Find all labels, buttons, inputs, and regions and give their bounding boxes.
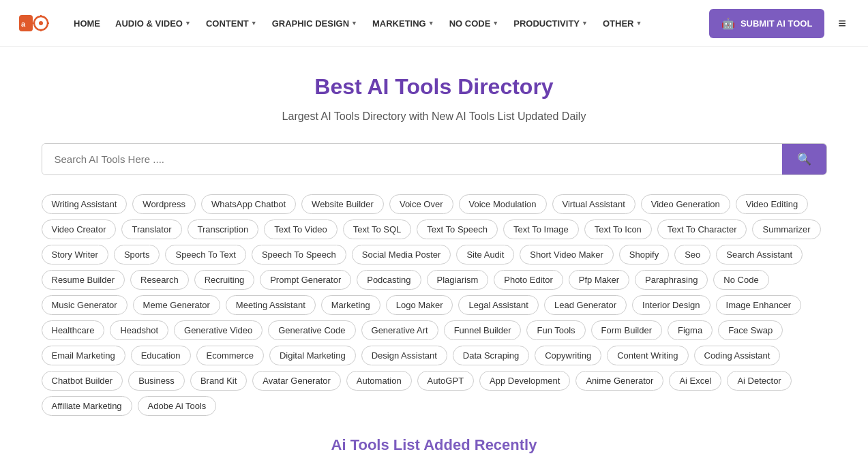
tag-item[interactable]: Marketing bbox=[321, 295, 380, 315]
tag-item[interactable]: Wordpress bbox=[132, 194, 196, 214]
tag-item[interactable]: Generative Video bbox=[174, 320, 263, 340]
tag-item[interactable]: Music Generator bbox=[42, 295, 128, 315]
nav-content[interactable]: CONTENT ▼ bbox=[199, 13, 264, 34]
logo[interactable]: a bbox=[16, 5, 52, 41]
tag-item[interactable]: Healthcare bbox=[42, 320, 105, 340]
tag-item[interactable]: Search Assistant bbox=[716, 245, 803, 264]
tag-item[interactable]: Generative Art bbox=[361, 320, 438, 340]
tag-item[interactable]: Video Editing bbox=[736, 194, 808, 214]
tag-item[interactable]: Short Video Maker bbox=[520, 245, 613, 264]
tag-item[interactable]: Recruiting bbox=[194, 270, 255, 290]
tag-item[interactable]: Automation bbox=[346, 371, 412, 391]
hamburger-menu-button[interactable]: ≡ bbox=[833, 10, 852, 37]
nav-graphic-design[interactable]: GRAPHIC DESIGN ▼ bbox=[265, 13, 364, 34]
tag-item[interactable]: Speech To Speech bbox=[252, 245, 346, 264]
tag-item[interactable]: Website Builder bbox=[301, 194, 384, 214]
tag-item[interactable]: Text To Image bbox=[503, 220, 579, 239]
main-content: Best AI Tools Directory Largest AI Tools… bbox=[25, 47, 843, 454]
tag-item[interactable]: Ai Excel bbox=[669, 371, 721, 391]
tag-item[interactable]: Form Builder bbox=[591, 320, 662, 340]
nav-other[interactable]: OTHER ▼ bbox=[596, 13, 648, 34]
tag-item[interactable]: Coding Assistant bbox=[694, 346, 781, 365]
tag-item[interactable]: Business bbox=[128, 371, 185, 391]
tag-item[interactable]: Text To Character bbox=[657, 220, 747, 239]
tag-item[interactable]: Video Generation bbox=[641, 194, 730, 214]
tag-item[interactable]: Interior Design bbox=[632, 295, 710, 315]
tag-item[interactable]: App Development bbox=[479, 371, 570, 391]
nav-productivity[interactable]: PRODUCTIVITY ▼ bbox=[507, 13, 595, 34]
tag-item[interactable]: Speech To Text bbox=[165, 245, 245, 264]
tag-item[interactable]: Pfp Maker bbox=[569, 270, 629, 290]
tag-item[interactable]: Writing Assistant bbox=[42, 194, 128, 214]
tag-item[interactable]: Story Writer bbox=[42, 245, 108, 264]
tag-item[interactable]: Seo bbox=[674, 245, 710, 264]
tag-item[interactable]: Adobe Ai Tools bbox=[138, 396, 217, 416]
tag-item[interactable]: Digital Marketing bbox=[269, 346, 356, 365]
tag-item[interactable]: Image Enhancer bbox=[716, 295, 801, 315]
tag-item[interactable]: Education bbox=[131, 346, 191, 365]
tag-item[interactable]: Translator bbox=[121, 220, 181, 239]
tag-item[interactable]: Voice Over bbox=[389, 194, 453, 214]
tag-item[interactable]: Figma bbox=[668, 320, 713, 340]
tag-item[interactable]: AutoGPT bbox=[417, 371, 474, 391]
tag-item[interactable]: Site Audit bbox=[456, 245, 514, 264]
tag-item[interactable]: Video Creator bbox=[42, 220, 117, 239]
tag-item[interactable]: Paraphrasing bbox=[635, 270, 708, 290]
nav-marketing[interactable]: MARKETING ▼ bbox=[365, 13, 441, 34]
tag-item[interactable]: Virtual Assistant bbox=[552, 194, 635, 214]
nav-no-code[interactable]: NO CODE ▼ bbox=[443, 13, 506, 34]
tag-item[interactable]: Text To Speech bbox=[417, 220, 498, 239]
tag-item[interactable]: Shopify bbox=[619, 245, 669, 264]
tag-item[interactable]: No Code bbox=[713, 270, 768, 290]
tag-item[interactable]: Headshot bbox=[110, 320, 168, 340]
section-title: Ai Tools List Added Recently bbox=[42, 436, 827, 454]
tag-item[interactable]: Podcasting bbox=[357, 270, 421, 290]
chevron-icon: ▼ bbox=[428, 20, 434, 27]
search-button[interactable]: 🔍 bbox=[782, 144, 826, 175]
tag-item[interactable]: Lead Generator bbox=[544, 295, 627, 315]
tag-item[interactable]: Design Assistant bbox=[361, 346, 447, 365]
tag-item[interactable]: Brand Kit bbox=[190, 371, 247, 391]
tag-item[interactable]: Transcription bbox=[188, 220, 259, 239]
tag-item[interactable]: Photo Editor bbox=[494, 270, 563, 290]
tag-item[interactable]: Email Marketing bbox=[42, 346, 125, 365]
tag-item[interactable]: Text To Video bbox=[264, 220, 338, 239]
tag-item[interactable]: Copywriting bbox=[535, 346, 601, 365]
tag-item[interactable]: Social Media Poster bbox=[352, 245, 451, 264]
tag-item[interactable]: Resume Builder bbox=[42, 270, 125, 290]
search-input[interactable] bbox=[42, 144, 782, 175]
tag-item[interactable]: Content Writing bbox=[607, 346, 688, 365]
tag-item[interactable]: Voice Modulation bbox=[459, 194, 547, 214]
tag-item[interactable]: Chatbot Builder bbox=[42, 371, 123, 391]
search-bar: 🔍 bbox=[42, 143, 827, 175]
tag-item[interactable]: Ecommerce bbox=[196, 346, 264, 365]
tag-item[interactable]: Avatar Generator bbox=[252, 371, 340, 391]
tag-item[interactable]: Legal Assistant bbox=[458, 295, 538, 315]
tag-item[interactable]: Face Swap bbox=[718, 320, 783, 340]
tag-item[interactable]: Logo Maker bbox=[386, 295, 453, 315]
tag-item[interactable]: Text To SQL bbox=[343, 220, 412, 239]
chevron-icon: ▼ bbox=[185, 20, 191, 27]
tag-item[interactable]: Sports bbox=[114, 245, 160, 264]
tag-item[interactable]: Affiliate Marketing bbox=[42, 396, 132, 416]
tag-item[interactable]: Prompt Generator bbox=[260, 270, 351, 290]
tag-item[interactable]: Ai Detector bbox=[727, 371, 791, 391]
nav-home[interactable]: HOME bbox=[67, 13, 107, 34]
submit-tool-button[interactable]: 🤖 SUBMIT AI TOOL bbox=[709, 9, 824, 38]
tag-item[interactable]: Meeting Assistant bbox=[226, 295, 316, 315]
tag-item[interactable]: Fun Tools bbox=[526, 320, 585, 340]
tag-item[interactable]: Summarizer bbox=[752, 220, 820, 239]
tag-item[interactable]: Plagiarism bbox=[427, 270, 489, 290]
tag-item[interactable]: Research bbox=[130, 270, 189, 290]
tag-item[interactable]: WhatsApp Chatbot bbox=[201, 194, 296, 214]
nav-audio-video[interactable]: AUDIO & VIDEO ▼ bbox=[108, 13, 198, 34]
tag-item[interactable]: Meme Generator bbox=[133, 295, 220, 315]
page-title: Best AI Tools Directory bbox=[42, 74, 827, 100]
tag-item[interactable]: Data Scraping bbox=[453, 346, 529, 365]
tag-item[interactable]: Funnel Builder bbox=[444, 320, 522, 340]
submit-icon: 🤖 bbox=[721, 17, 735, 30]
tag-item[interactable]: Text To Icon bbox=[584, 220, 652, 239]
tag-item[interactable]: Anime Generator bbox=[575, 371, 663, 391]
tag-item[interactable]: Generative Code bbox=[268, 320, 355, 340]
main-nav: HOME AUDIO & VIDEO ▼ CONTENT ▼ GRAPHIC D… bbox=[67, 13, 700, 34]
